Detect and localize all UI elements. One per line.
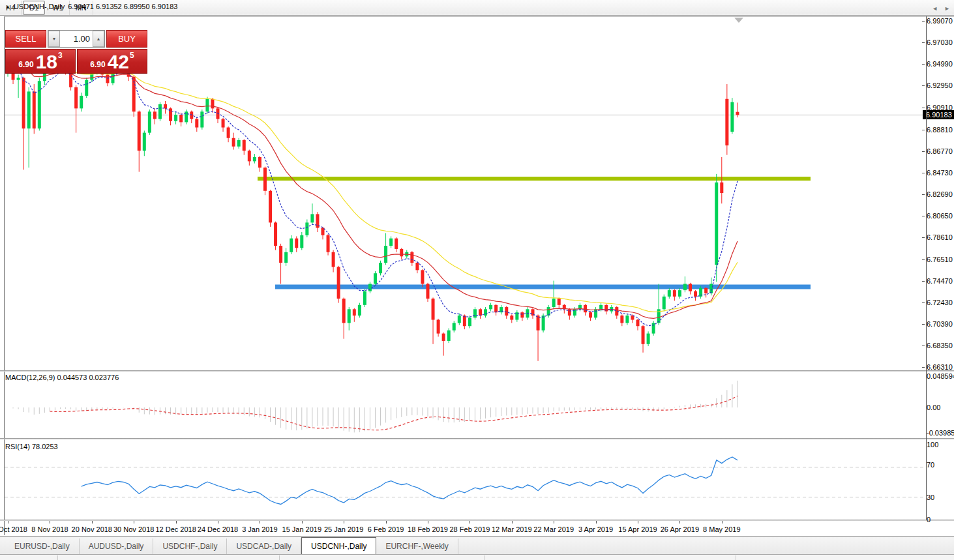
sell-price-pips: 18: [36, 52, 57, 72]
chart-tab-eurchfweekly[interactable]: EURCHF-,Weekly: [376, 538, 458, 554]
date-axis-label: 29 Oct 2018: [0, 525, 27, 533]
price-axis-label: 6.68350: [927, 342, 953, 349]
sell-price-prefix: 6.90: [18, 60, 33, 69]
price-axis-label: 6.92950: [927, 81, 953, 89]
date-axis-label: 28 Feb 2019: [450, 525, 490, 533]
volume-decrease-icon[interactable]: ▼: [48, 31, 60, 47]
volume-stepper: ▼ ▲: [48, 30, 105, 48]
date-axis-label: 26 Apr 2019: [661, 525, 699, 533]
price-axis-label: 6.76510: [927, 256, 953, 263]
macd-scale-label: 0.048594: [927, 372, 954, 380]
price-axis-label: 6.66310: [927, 363, 953, 371]
sell-quote-button[interactable]: 6.90 18 3: [5, 49, 76, 74]
date-axis-label: 12 Dec 2018: [155, 525, 196, 533]
chart-window[interactable]: [4, 16, 954, 535]
volume-input[interactable]: [60, 31, 93, 47]
rsi-label: RSI(14) 78.0253: [5, 443, 58, 450]
date-axis-label: 22 Mar 2019: [533, 525, 574, 533]
volume-increase-icon[interactable]: ▲: [93, 31, 104, 47]
pane-splitter-macd[interactable]: [0, 370, 954, 372]
date-axis-label: 18 Feb 2019: [408, 525, 448, 533]
buy-button[interactable]: BUY: [106, 30, 147, 48]
sell-price-point: 3: [58, 51, 63, 60]
date-axis-label: 3 Apr 2019: [578, 525, 613, 533]
sell-button[interactable]: SELL: [5, 30, 46, 48]
price-axis-label: 6.84730: [927, 169, 953, 177]
chart-tab-bar: EURUSD-,DailyAUDUSD-,DailyUSDCHF-,DailyU…: [0, 536, 954, 554]
rsi-scale-label: 70: [927, 461, 934, 469]
price-axis-label: 6.88810: [927, 126, 953, 134]
date-axis-label: 12 Mar 2019: [492, 525, 532, 533]
symbol-label: USDCNH-,Daily: [14, 3, 65, 10]
ohlc-values: 6.90471 6.91352 6.89950 6.90183: [68, 3, 177, 10]
date-axis-label: 25 Jan 2019: [324, 525, 364, 533]
date-axis-label: 8 May 2019: [703, 525, 740, 533]
price-axis-label: 6.86770: [927, 147, 953, 155]
collapse-icon[interactable]: ▲: [5, 4, 10, 10]
tab-scroll-right-icon[interactable]: ►: [944, 5, 950, 12]
rsi-scale-label: 30: [927, 494, 934, 501]
chart-tab-eurusddaily[interactable]: EURUSD-,Daily: [5, 538, 80, 554]
chart-tab-usdcnhdaily[interactable]: USDCNH-,Daily: [301, 537, 376, 554]
date-axis-label: 15 Jan 2019: [282, 525, 322, 533]
macd-scale-label: 0.00: [927, 404, 940, 411]
chart-tab-usdchfdaily[interactable]: USDCHF-,Daily: [153, 538, 227, 554]
date-axis-label: 6 Feb 2019: [368, 525, 404, 533]
date-axis-label: 8 Nov 2018: [31, 525, 68, 533]
price-axis-label: 6.70390: [927, 320, 953, 328]
price-axis-label: 6.99070: [927, 17, 953, 25]
tab-nav: ◄ ►: [932, 5, 950, 12]
pane-splitter-rsi[interactable]: [0, 438, 954, 439]
buy-price-point: 5: [130, 51, 134, 60]
buy-price-pips: 42: [108, 52, 129, 72]
axis-divider: [926, 16, 927, 520]
price-axis-label: 6.72430: [927, 299, 953, 306]
date-axis-label: 24 Dec 2018: [198, 525, 238, 533]
buy-price-prefix: 6.90: [90, 60, 105, 69]
price-axis-label: 6.78610: [927, 233, 953, 241]
pane-splitter-dates: [0, 520, 954, 521]
rsi-scale-label: 100: [927, 441, 938, 449]
macd-scale-label: -0.039856: [927, 429, 954, 437]
price-axis-label: 6.74470: [927, 277, 953, 285]
trading-terminal: H4D1W1MN ▲ USDCNH-,Daily 6.90471 6.91352…: [0, 0, 954, 560]
price-axis-label: 6.80650: [927, 212, 953, 220]
date-axis-label: 30 Nov 2018: [113, 525, 154, 533]
price-axis-label: 6.97030: [927, 38, 953, 46]
rsi-scale-label: 0: [927, 516, 931, 523]
price-axis-label: 6.94990: [927, 60, 953, 68]
one-click-trade-panel: SELL ▼ ▲ BUY 6.90 18 3 6.90 42 5: [5, 30, 147, 74]
date-axis-label: 20 Nov 2018: [72, 525, 112, 533]
chart-title: ▲ USDCNH-,Daily 6.90471 6.91352 6.89950 …: [5, 3, 177, 10]
date-axis-label: 3 Jan 2019: [242, 525, 277, 533]
buy-quote-button[interactable]: 6.90 42 5: [77, 49, 147, 74]
chart-tab-usdcaddaily[interactable]: USDCAD-,Daily: [227, 538, 301, 554]
status-strip: [0, 554, 954, 560]
date-axis-label: 15 Apr 2019: [618, 525, 657, 533]
chart-shift-marker-icon: [734, 18, 743, 23]
price-axis-label: 6.82690: [927, 190, 953, 198]
chart-tab-audusddaily[interactable]: AUDUSD-,Daily: [80, 538, 154, 554]
tab-scroll-left-icon[interactable]: ◄: [932, 5, 938, 12]
macd-label: MACD(12,26,9) 0.044573 0.023776: [5, 374, 119, 381]
current-price-marker: 6.90183: [923, 110, 954, 119]
